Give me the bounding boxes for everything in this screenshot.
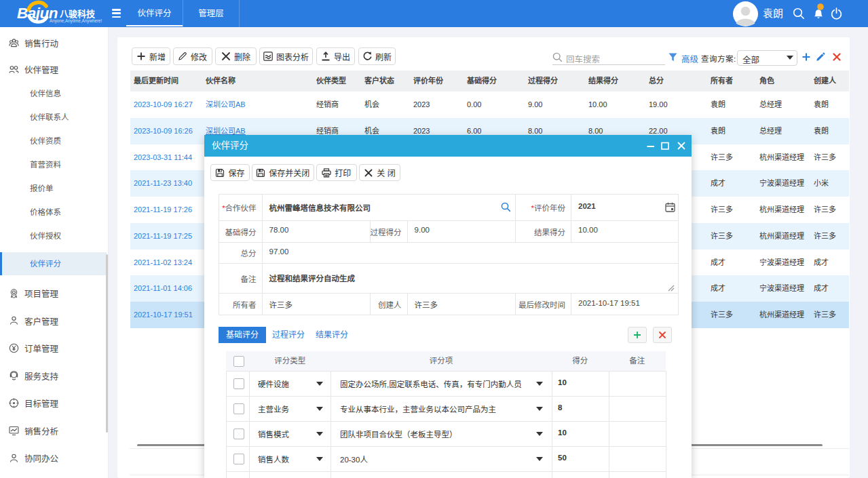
svg-text:Anyone,Anytime,Anywhere!: Anyone,Anytime,Anywhere!	[50, 18, 102, 24]
svg-text:八骏科技: 八骏科技	[59, 9, 96, 19]
